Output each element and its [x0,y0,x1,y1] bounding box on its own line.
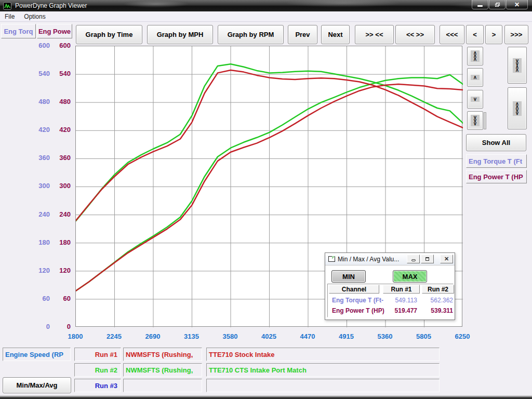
menu-bar: File Options [0,11,532,22]
bottom-divider [0,395,532,396]
minmax-table: Channel Run #1 Run #2 Eng Torque T (Ft- … [327,284,454,317]
scroll-left-button[interactable]: < [466,25,484,44]
close-button[interactable]: ✕ [506,0,528,9]
run1-label: Run #1 [74,348,121,361]
run3-label: Run #3 [74,379,121,392]
run1-operator-field[interactable]: NWMSFTS (Rushing, [123,348,202,361]
power-channel-button[interactable]: Eng Power T (HP [466,170,527,183]
chevron-down-icon: ∨ [471,97,480,102]
graph-by-time-button[interactable]: Graph by Time [76,25,142,44]
powerdyne-window: PowerDyne Graph Viewer ✕ File Options En… [0,0,532,399]
run1-description-field[interactable]: TTE710 Stock Intake [206,348,440,361]
torque-axis-ticks: 600540480420360300240180120600 [25,42,50,331]
max-button[interactable]: MAX [393,270,427,283]
restore-icon [495,3,500,7]
minmaxavg-button[interactable]: Min/Max/Avg [3,377,71,393]
chevron-up-icon: ∧ [471,75,480,80]
min-button[interactable]: MIN [331,270,366,283]
restore-icon [425,257,429,261]
x-channel-field[interactable]: Engine Speed (RP [3,348,71,361]
minmax-title-bar[interactable]: Min / Max / Avg Valu... ✕ [325,253,455,265]
scroll-far-left-button[interactable]: <<< [440,25,464,44]
chevrons-outward-icon: ∧∧∨∨ [513,101,522,116]
minimize-icon [477,5,483,7]
run2-label: Run #2 [74,363,121,377]
table-row-torque-channel: Eng Torque T (Ft- [332,297,383,304]
prev-button[interactable]: Prev [288,25,317,44]
run3-operator-field[interactable] [123,379,202,392]
rpm-axis-ticks: 1800224526903135358040254470491553605805… [64,332,474,340]
scale-up-button[interactable]: ∧ [467,68,483,87]
column-header-channel[interactable]: Channel [329,285,379,294]
scale-up-fast-button[interactable]: ∧∧∧ [467,47,483,65]
minmax-window-title: Min / Max / Avg Valu... [338,256,399,263]
minimize-icon [411,259,416,261]
scroll-right-button[interactable]: > [485,25,502,44]
app-icon [3,2,11,10]
scale-down-fast-button[interactable]: ∨∨∨ [467,111,483,130]
menu-file[interactable]: File [0,12,19,21]
triple-chevron-up-icon: ∧∧∧ [471,50,480,62]
show-all-button[interactable]: Show All [466,134,526,151]
minmax-close-button[interactable]: ✕ [440,255,453,263]
form-icon [328,256,335,262]
minmax-restore-button[interactable] [421,255,434,263]
run2-operator-field[interactable]: NWMSFTS (Rushing, [123,363,202,377]
minimize-button[interactable] [472,0,488,9]
window-bottom-border [0,396,532,399]
power-max-run1: 519.477 [383,307,417,314]
torque-axis-header[interactable]: Eng Torq [1,24,36,38]
triple-chevron-down-icon: ∨∨∨ [471,115,480,126]
menu-options[interactable]: Options [19,12,50,21]
next-button[interactable]: Next [321,25,350,44]
compress-scale-button[interactable]: ∨∨∧∧ [508,47,527,84]
power-axis-header[interactable]: Eng Powe [37,24,72,38]
clipped-control-edge [484,112,486,129]
column-header-run1[interactable]: Run #1 [383,285,420,294]
zoom-out-x-button[interactable]: << >> [395,25,435,44]
table-row-power-channel: Eng Power T (HP) [332,307,384,314]
run2-description-field[interactable]: TTE710 CTS Intake Port Match [206,363,440,377]
run3-description-field[interactable] [206,379,440,392]
graph-by-mph-button[interactable]: Graph by MPH [147,25,213,44]
power-axis-ticks: 600540480420360300240180120600 [48,42,71,331]
scale-down-button[interactable]: ∨ [467,90,483,109]
title-bar: PowerDyne Graph Viewer ✕ [0,0,532,11]
minmax-minimize-button[interactable] [407,255,420,263]
column-header-run2[interactable]: Run #2 [422,285,454,294]
restore-button[interactable] [489,0,506,9]
graph-by-rpm-button[interactable]: Graph by RPM [218,25,284,44]
chevrons-inward-icon: ∨∨∧∧ [513,58,522,73]
close-icon: ✕ [444,256,449,262]
torque-channel-button[interactable]: Eng Torque T (Ft [466,154,527,168]
torque-max-run1: 549.113 [383,297,417,304]
close-icon: ✕ [514,2,520,8]
expand-scale-button[interactable]: ∧∧∨∨ [508,87,527,129]
minmax-values-window: Min / Max / Avg Valu... ✕ MIN MAX Channe… [325,252,455,320]
zoom-in-x-button[interactable]: >> << [355,25,394,44]
scroll-far-right-button[interactable]: >>> [504,25,528,44]
window-title: PowerDyne Graph Viewer [15,2,87,9]
power-max-run2: 539.311 [420,307,453,314]
torque-max-run2: 562.362 [420,297,453,304]
